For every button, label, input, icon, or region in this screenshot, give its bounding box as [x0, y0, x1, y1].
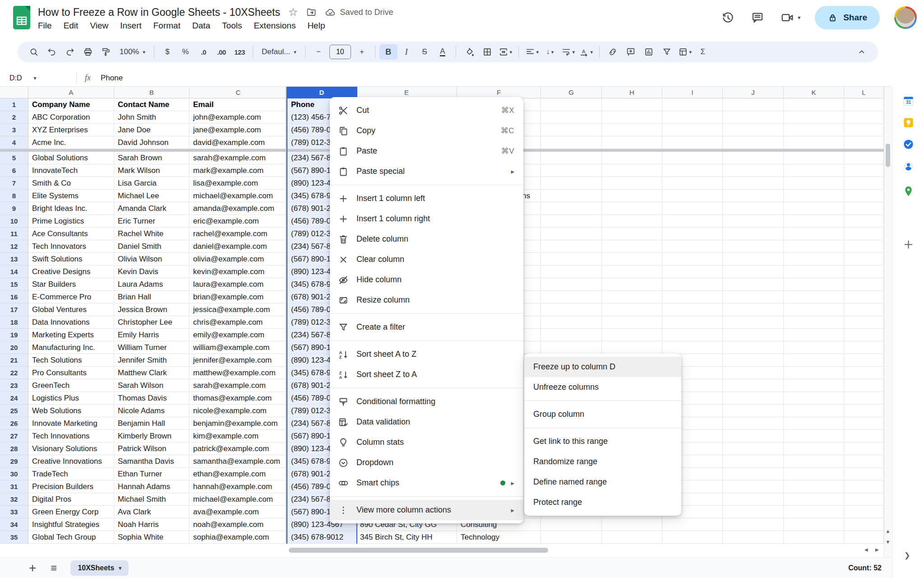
move-folder-icon[interactable]	[306, 7, 317, 18]
menu-tools[interactable]: Tools	[216, 20, 248, 32]
menu-item-conditional-formatting[interactable]: Conditional formatting	[330, 392, 523, 412]
meet-video-button[interactable]: ▾	[780, 10, 800, 25]
font-size-box[interactable]: 10	[329, 45, 351, 59]
side-panel-maps-icon[interactable]	[902, 185, 915, 197]
cell-K17[interactable]	[784, 303, 844, 316]
menu-item-freeze-up-to-column-d[interactable]: Freeze up to column D	[524, 357, 681, 377]
cell-B1[interactable]: Contact Name	[114, 98, 189, 111]
cell-B9[interactable]: Amanda Clark	[114, 202, 189, 215]
italic-icon[interactable]: I	[397, 44, 416, 60]
cell-G13[interactable]	[541, 253, 602, 266]
cell-B20[interactable]: William Turner	[114, 341, 189, 354]
menu-item-insert-1-column-left[interactable]: Insert 1 column left	[330, 188, 523, 209]
cell-B34[interactable]: Noah Harris	[114, 518, 189, 531]
cell-A20[interactable]: Manufacturing Inc.	[28, 341, 114, 354]
cell-L1[interactable]	[844, 98, 884, 111]
cell-H13[interactable]	[602, 253, 662, 266]
cell-A13[interactable]: Swift Solutions	[28, 253, 114, 266]
cell-A4[interactable]: Acme Inc.	[28, 136, 114, 149]
menu-item-create-a-filter[interactable]: Create a filter	[330, 317, 523, 337]
cell-G14[interactable]	[541, 266, 602, 278]
cell-C14[interactable]: kevin@example.com	[189, 266, 287, 278]
row-header-16[interactable]: 16	[0, 291, 28, 303]
cell-L28[interactable]	[844, 443, 884, 455]
sheet-tab-10xsheets[interactable]: 10XSheets ▾	[70, 560, 129, 576]
cell-K11[interactable]	[784, 228, 844, 240]
cell-K14[interactable]	[784, 266, 844, 278]
row-header-1[interactable]: 1	[0, 98, 28, 111]
menu-item-hide-column[interactable]: Hide column	[330, 270, 523, 290]
increase-decimals-icon[interactable]: .00	[213, 44, 231, 60]
cell-J18[interactable]	[723, 316, 784, 329]
cell-A8[interactable]: Elite Systems	[28, 190, 114, 202]
cell-J13[interactable]	[723, 253, 784, 266]
menu-item-get-link-to-this-range[interactable]: Get link to this range	[524, 431, 681, 452]
cell-K1[interactable]	[784, 98, 844, 111]
cell-A34[interactable]: Insightful Strategies	[28, 518, 114, 531]
cell-L15[interactable]	[844, 278, 884, 291]
menu-item-sort-sheet-a-to-z[interactable]: AZSort sheet A to Z	[330, 344, 523, 364]
cell-I5[interactable]	[662, 152, 723, 164]
row-header-18[interactable]: 18	[0, 316, 28, 329]
row-header-10[interactable]: 10	[0, 215, 28, 228]
cell-C6[interactable]: mark@example.com	[189, 164, 287, 177]
cell-B11[interactable]: Rachel White	[114, 228, 189, 240]
cell-L26[interactable]	[844, 417, 884, 430]
row-header-22[interactable]: 22	[0, 367, 28, 379]
cell-K34[interactable]	[784, 518, 844, 531]
cell-G18[interactable]	[541, 316, 602, 329]
cell-H4[interactable]	[602, 136, 662, 149]
cell-C25[interactable]: nicole@example.com	[189, 405, 287, 417]
cell-A12[interactable]: Tech Innovators	[28, 240, 114, 253]
cell-B23[interactable]: Sarah Wilson	[114, 379, 189, 392]
cell-C19[interactable]: emily@example.com	[189, 329, 287, 341]
text-wrap-icon[interactable]: ▾	[559, 44, 577, 60]
cell-F35[interactable]: Technology	[457, 531, 541, 544]
cell-L13[interactable]	[844, 253, 884, 266]
cell-G10[interactable]	[541, 215, 602, 228]
row-header-17[interactable]: 17	[0, 303, 28, 316]
cell-I16[interactable]	[662, 291, 723, 303]
cell-I3[interactable]	[662, 124, 723, 136]
row-header-5[interactable]: 5	[0, 152, 28, 164]
cell-J26[interactable]	[723, 417, 784, 430]
cell-I35[interactable]	[662, 531, 723, 544]
cell-J28[interactable]	[723, 443, 784, 455]
cell-L25[interactable]	[844, 405, 884, 417]
cell-B15[interactable]: Laura Adams	[114, 278, 189, 291]
functions-icon[interactable]: Σ	[694, 44, 712, 60]
cell-A18[interactable]: Data Innovations	[28, 316, 114, 329]
column-header-K[interactable]: K	[784, 87, 844, 98]
cell-L21[interactable]	[844, 354, 884, 367]
cell-C34[interactable]: noah@example.com	[189, 518, 287, 531]
cell-K29[interactable]	[784, 455, 844, 468]
cell-B4[interactable]: David Johnson	[114, 136, 189, 149]
cell-B2[interactable]: John Smith	[114, 111, 189, 124]
cell-G1[interactable]	[541, 98, 602, 111]
cell-K13[interactable]	[784, 253, 844, 266]
cell-H16[interactable]	[602, 291, 662, 303]
redo-icon[interactable]	[61, 44, 79, 60]
cell-K21[interactable]	[784, 354, 844, 367]
cell-H19[interactable]	[602, 329, 662, 341]
cell-G3[interactable]	[541, 124, 602, 136]
cell-K7[interactable]	[784, 177, 844, 190]
cell-B3[interactable]: Jane Doe	[114, 124, 189, 136]
cell-I14[interactable]	[662, 266, 723, 278]
cell-J19[interactable]	[723, 329, 784, 341]
avatar[interactable]	[894, 6, 917, 29]
cell-B12[interactable]: Daniel Smith	[114, 240, 189, 253]
cell-A16[interactable]: E-Commerce Pro	[28, 291, 114, 303]
column-header-A[interactable]: A	[28, 87, 114, 98]
cell-A21[interactable]: Tech Solutions	[28, 354, 114, 367]
cell-J21[interactable]	[723, 354, 784, 367]
row-header-15[interactable]: 15	[0, 278, 28, 291]
row-header-14[interactable]: 14	[0, 266, 28, 278]
cell-J20[interactable]	[723, 341, 784, 354]
cell-I15[interactable]	[662, 278, 723, 291]
star-icon[interactable]: ☆	[288, 7, 298, 18]
column-header-G[interactable]: G	[541, 87, 602, 98]
menu-item-protect-range[interactable]: Protect range	[524, 492, 681, 513]
menu-format[interactable]: Format	[148, 20, 186, 32]
cell-L19[interactable]	[844, 329, 884, 341]
